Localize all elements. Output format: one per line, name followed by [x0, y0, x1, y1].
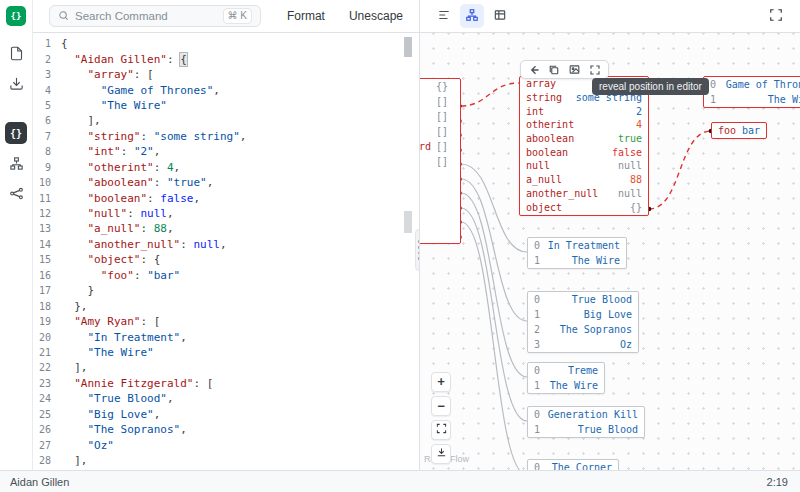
editor-scroll-marker — [404, 211, 412, 233]
editor-scrollbar-thumb[interactable] — [404, 37, 412, 57]
editor-line[interactable]: 10 "aboolean": "true", — [33, 175, 419, 190]
editor-line[interactable]: 9 "otherint": 4, — [33, 160, 419, 175]
node-row: otherint4 — [520, 118, 648, 132]
search-shortcut-badge: ⌘ K — [223, 8, 252, 24]
editor-line[interactable]: 23 "Annie Fitzgerald": [ — [33, 376, 419, 391]
editor-line[interactable]: 4 "Game of Thrones", — [33, 82, 419, 97]
editor-line[interactable]: 3 "array": [ — [33, 67, 419, 82]
node-copy-button[interactable] — [548, 64, 560, 76]
json-visualizer-app: Search Command ⌘ K Format Unescape — [0, 0, 800, 492]
download-image-icon — [436, 447, 447, 461]
editor-line[interactable]: 11 "boolean": false, — [33, 190, 419, 205]
download-icon — [9, 76, 24, 91]
file-button[interactable] — [5, 42, 27, 64]
node-expand-button[interactable] — [589, 64, 601, 76]
cursor-position-label: 2:19 — [767, 476, 788, 488]
editor-line[interactable]: 5 "The Wire" — [33, 98, 419, 113]
graph-panel[interactable]: reveal position in editor + − React Flow… — [420, 33, 800, 470]
node-row: object{} — [520, 200, 648, 214]
zoom-out-button[interactable]: − — [431, 396, 451, 416]
node-row: 0The Corner — [528, 460, 618, 470]
editor-line[interactable]: 28 ], — [33, 453, 419, 468]
editor-line[interactable]: 18 }, — [33, 298, 419, 313]
node-toolbar — [520, 60, 609, 79]
app-logo-icon[interactable] — [6, 6, 26, 26]
editor-line[interactable]: 14 "another_null": null, — [33, 237, 419, 252]
editor-line[interactable]: 22 ], — [33, 360, 419, 375]
fit-view-button[interactable] — [431, 420, 451, 440]
fit-view-icon — [436, 423, 447, 437]
workspace: Search Command ⌘ K Format Unescape — [33, 0, 800, 470]
node-row: int2 — [520, 104, 648, 118]
node-row: 0True Blood — [528, 292, 638, 307]
text-view-toggle[interactable] — [432, 4, 456, 28]
editor-line[interactable]: 19 "Amy Ryan": [ — [33, 314, 419, 329]
editor-line[interactable]: 24 "True Blood", — [33, 391, 419, 406]
code-editor[interactable]: 1{2 "Aidan Gillen": {3 "array": [4 "Game… — [33, 33, 420, 470]
editor-line[interactable]: 17 } — [33, 283, 419, 298]
editor-line[interactable]: 25 "Big Love", — [33, 407, 419, 422]
node-foo-bar[interactable]: foobar — [711, 122, 767, 139]
node-row: 1The Wire — [704, 92, 800, 107]
node-row: another_nullnull — [520, 187, 648, 201]
format-button[interactable]: Format — [287, 9, 325, 23]
search-placeholder: Search Command — [75, 10, 168, 22]
editor-line[interactable]: 16 "foo": "bar" — [33, 268, 419, 283]
node-back-button[interactable] — [528, 64, 540, 76]
panels: 1{2 "Aidan Gillen": {3 "array": [4 "Game… — [33, 33, 800, 470]
search-input[interactable]: Search Command ⌘ K — [49, 5, 261, 27]
node-anwan-glover[interactable]: 0Treme1The Wire — [527, 362, 605, 394]
node-row: 2The Sopranos — [528, 322, 638, 337]
node-row: 0Treme — [528, 363, 604, 378]
node-row: 1The Wire — [528, 378, 604, 393]
node-row: foobar — [712, 123, 766, 138]
node-row: 0In Treatment — [528, 238, 626, 253]
node-alexander-skarsgard[interactable]: 0Generation Kill1True Blood — [527, 406, 645, 438]
editor-line[interactable]: 26 "The Sopranos", — [33, 422, 419, 437]
graph-view-toggle[interactable] — [460, 4, 484, 28]
editor-line[interactable]: 12 "null": null, — [33, 206, 419, 221]
node-amy-ryan[interactable]: 0In Treatment1The Wire — [527, 237, 627, 269]
editor-line[interactable]: 21 "The Wire" — [33, 345, 419, 360]
node-image-button[interactable] — [568, 63, 581, 76]
fullscreen-button[interactable] — [764, 4, 788, 28]
flow-view-button[interactable] — [5, 152, 27, 174]
download-image-button[interactable] — [431, 444, 451, 464]
editor-line[interactable]: 7 "string": "some string", — [33, 129, 419, 144]
unescape-button[interactable]: Unescape — [349, 9, 403, 23]
node-row: abooleantrue — [520, 132, 648, 146]
fullscreen-icon — [769, 8, 783, 25]
graph-icon — [465, 8, 479, 25]
table-view-toggle[interactable] — [488, 4, 512, 28]
editor-line[interactable]: 6 ], — [33, 113, 419, 128]
editor-line[interactable]: 13 "a_null": 88, — [33, 221, 419, 236]
tooltip: reveal position in editor — [592, 78, 709, 95]
download-button[interactable] — [5, 72, 27, 94]
share-nodes-button[interactable] — [5, 182, 27, 204]
node-row: 3Oz — [528, 337, 638, 352]
node-row: 0Game of Thrones — [704, 77, 800, 92]
editor-line[interactable]: 27 "Oz" — [33, 437, 419, 452]
table-icon — [493, 8, 507, 25]
node-game-of-thrones[interactable]: 0Game of Thrones1The Wire — [703, 76, 800, 108]
node-annie-fitzgerald[interactable]: 0True Blood1Big Love2The Sopranos3Oz — [527, 291, 639, 353]
graph-toolbar — [420, 0, 800, 32]
node-row: nullnull — [520, 159, 648, 173]
node-alice-farmer[interactable]: 0The Corner1Oz — [527, 459, 619, 470]
json-braces-button[interactable] — [5, 122, 27, 144]
node-aidan-gillen[interactable]: arraystringsome stringint2otherint4abool… — [519, 76, 649, 216]
editor-lines: 1{2 "Aidan Gillen": {3 "array": [4 "Game… — [33, 36, 419, 468]
share-nodes-icon — [9, 186, 24, 201]
editor-line[interactable]: 8 "int": "2", — [33, 144, 419, 159]
node-row: booleanfalse — [520, 145, 648, 159]
editor-line[interactable]: 2 "Aidan Gillen": { — [33, 51, 419, 66]
zoom-in-button[interactable]: + — [431, 372, 451, 392]
node-root[interactable]: {}[][][]rd[][] — [420, 78, 461, 244]
editor-line[interactable]: 1{ — [33, 36, 419, 51]
json-path-label: Aidan Gillen — [10, 476, 69, 488]
editor-line[interactable]: 15 "object": { — [33, 252, 419, 267]
top-bar: Search Command ⌘ K Format Unescape — [33, 0, 800, 33]
node-row: 1True Blood — [528, 422, 644, 437]
node-row: 1The Wire — [528, 253, 626, 268]
editor-line[interactable]: 20 "In Treatment", — [33, 329, 419, 344]
